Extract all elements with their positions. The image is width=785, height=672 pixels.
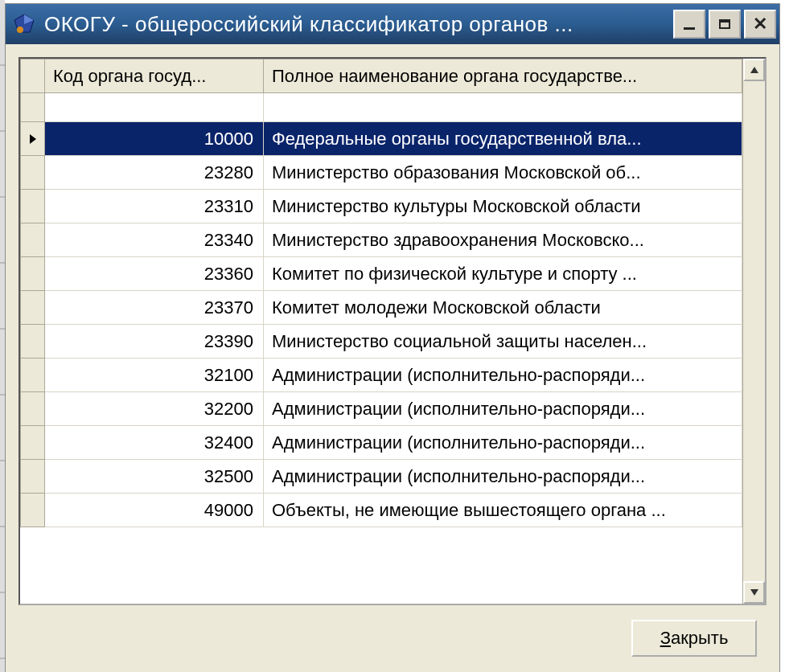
table-row[interactable]: 23360Комитет по физической культуре и сп… [21, 257, 742, 291]
close-window-button[interactable]: ✕ [744, 10, 776, 39]
table-row[interactable]: 23390Министерство социальной защиты насе… [21, 325, 742, 359]
dialog-footer: Закрыть [18, 605, 767, 662]
row-indicator [21, 359, 45, 392]
code-cell[interactable]: 23280 [45, 156, 264, 190]
name-cell[interactable]: Министерство культуры Московской области [264, 190, 742, 223]
name-cell[interactable]: Министерство здравоохранения Московско..… [264, 223, 742, 257]
name-cell[interactable]: Комитет молодежи Московской области [264, 291, 742, 325]
header-row: Код органа госуд... Полное наименование … [21, 59, 742, 93]
name-cell[interactable]: Министерство социальной защиты населен..… [264, 325, 742, 359]
row-indicator [21, 325, 45, 359]
name-cell[interactable]: Федеральные органы государственной вла..… [264, 122, 742, 156]
name-header[interactable]: Полное наименование органа государстве..… [264, 59, 742, 93]
table-row[interactable]: 23340Министерство здравоохранения Москов… [21, 223, 742, 257]
window-title: ОКОГУ - общероссийский классификатор орг… [44, 12, 667, 37]
code-cell[interactable]: 23390 [45, 325, 264, 359]
row-indicator [21, 392, 45, 426]
app-icon [12, 12, 36, 36]
table-row[interactable]: 32200Администрации (исполнительно-распор… [21, 392, 742, 426]
name-cell[interactable]: Объекты, не имеющие вышестоящего органа … [264, 494, 742, 527]
row-indicator [21, 190, 45, 223]
row-indicator [21, 122, 45, 156]
svg-marker-3 [30, 134, 36, 144]
code-cell[interactable]: 32100 [45, 359, 264, 392]
table-row[interactable]: 32500Администрации (исполнительно-распор… [21, 460, 742, 494]
maximize-button[interactable] [709, 10, 741, 39]
row-indicator [21, 494, 45, 527]
filter-indicator [21, 93, 45, 122]
window-controls: ✕ [673, 10, 776, 39]
row-indicator [21, 426, 45, 460]
indicator-header [21, 59, 45, 93]
code-cell[interactable]: 23340 [45, 223, 264, 257]
table-row[interactable]: 23370Комитет молодежи Московской области [21, 291, 742, 325]
scroll-down-button[interactable] [743, 581, 765, 604]
scroll-up-button[interactable] [743, 59, 765, 81]
code-filter[interactable] [45, 93, 264, 122]
code-cell[interactable]: 23360 [45, 257, 264, 291]
code-cell[interactable]: 23370 [45, 291, 264, 325]
name-cell[interactable]: Администрации (исполнительно-распоряди..… [264, 392, 742, 426]
name-cell[interactable]: Администрации (исполнительно-распоряди..… [264, 460, 742, 494]
row-indicator [21, 460, 45, 494]
row-indicator [21, 291, 45, 325]
code-header[interactable]: Код органа госуд... [45, 59, 264, 93]
data-grid[interactable]: Код органа госуд... Полное наименование … [18, 57, 767, 605]
row-indicator [21, 257, 45, 291]
name-cell[interactable]: Администрации (исполнительно-распоряди..… [264, 426, 742, 460]
code-cell[interactable]: 10000 [45, 122, 264, 156]
table-row[interactable]: 23310Министерство культуры Московской об… [21, 190, 742, 223]
table-row[interactable]: 10000Федеральные органы государственной … [21, 122, 742, 156]
titlebar[interactable]: ОКОГУ - общероссийский классификатор орг… [6, 4, 779, 44]
current-row-icon [28, 133, 38, 145]
close-button-label: акрыть [671, 628, 728, 648]
filter-row[interactable] [21, 93, 742, 122]
vertical-scrollbar[interactable] [742, 59, 765, 604]
name-cell[interactable]: Министерство образования Московской об..… [264, 156, 742, 190]
code-cell[interactable]: 32500 [45, 460, 264, 494]
close-button-accel: З [660, 628, 671, 648]
name-cell[interactable]: Администрации (исполнительно-распоряди..… [264, 359, 742, 392]
code-cell[interactable]: 32200 [45, 392, 264, 426]
row-indicator [21, 156, 45, 190]
app-window: ОКОГУ - общероссийский классификатор орг… [5, 3, 780, 672]
minimize-button[interactable] [673, 10, 705, 39]
code-cell[interactable]: 23310 [45, 190, 264, 223]
svg-point-2 [17, 27, 23, 33]
grid-table[interactable]: Код органа госуд... Полное наименование … [20, 59, 742, 527]
table-row[interactable]: 23280Министерство образования Московской… [21, 156, 742, 190]
close-button[interactable]: Закрыть [631, 620, 757, 657]
code-cell[interactable]: 32400 [45, 426, 264, 460]
table-row[interactable]: 32400Администрации (исполнительно-распор… [21, 426, 742, 460]
code-cell[interactable]: 49000 [45, 494, 264, 527]
name-cell[interactable]: Комитет по физической культуре и спорту … [264, 257, 742, 291]
name-filter[interactable] [264, 93, 742, 122]
table-row[interactable]: 49000Объекты, не имеющие вышестоящего ор… [21, 494, 742, 527]
table-row[interactable]: 32100Администрации (исполнительно-распор… [21, 359, 742, 392]
client-area: Код органа госуд... Полное наименование … [6, 44, 779, 672]
row-indicator [21, 223, 45, 257]
svg-marker-4 [750, 67, 758, 73]
svg-marker-5 [750, 589, 758, 596]
